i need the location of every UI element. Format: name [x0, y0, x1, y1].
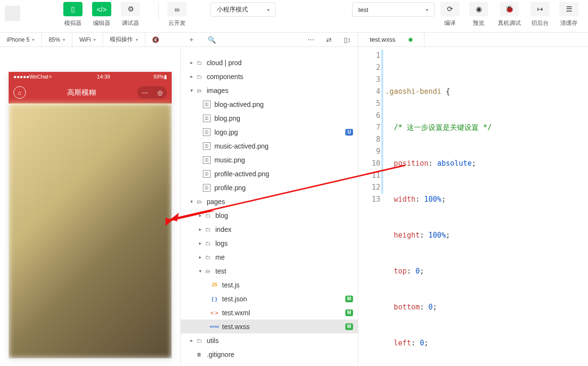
tree-folder-logs[interactable]: ▸🗀logs: [181, 236, 358, 250]
tree-folder-index[interactable]: ▸🗀index: [181, 222, 358, 236]
wifi-icon: ᯤ: [48, 74, 54, 80]
compile-button[interactable]: ⟳ 编译: [440, 2, 459, 27]
device-select[interactable]: iPhone 5▾: [0, 33, 42, 46]
network-select[interactable]: WiFi▾: [72, 33, 103, 46]
battery-icon: ▮: [164, 74, 167, 80]
project-select[interactable]: test▾: [352, 2, 435, 17]
code-icon: </>: [92, 2, 111, 16]
project-label: test: [358, 6, 368, 13]
tree-folder-blog[interactable]: ▸🗀blog: [181, 208, 358, 222]
compile-label: 编译: [444, 19, 456, 27]
tree-file[interactable]: ◫blog.png: [181, 111, 358, 125]
main-area: ●●●●● WeChat ᯤ 14:39 93% ▮ ⌂ 高斯模糊 ⋯◎ ▸🗀c…: [0, 47, 588, 366]
zoom-select[interactable]: 85%▾: [42, 33, 72, 46]
page-title: 高斯模糊: [26, 88, 137, 97]
debugger-label: 调试器: [122, 19, 139, 27]
remote-label: 真机调试: [498, 19, 521, 27]
tree-file[interactable]: ◫music.png: [181, 153, 358, 167]
avatar[interactable]: [5, 6, 20, 21]
tree-file[interactable]: ◫profile.png: [181, 181, 358, 194]
cloud-button[interactable]: ∞ 云开发: [167, 2, 187, 27]
phone-frame: ●●●●● WeChat ᯤ 14:39 93% ▮ ⌂ 高斯模糊 ⋯◎: [9, 72, 172, 358]
status-badge: M: [345, 296, 353, 302]
remote-button[interactable]: 🐞 真机调试: [498, 2, 521, 27]
layers-icon: ☰: [559, 2, 578, 16]
tree-folder-images[interactable]: ▾🗁images: [181, 83, 358, 97]
exit-icon: ↦: [530, 2, 550, 16]
tree-file[interactable]: ◫blog-actived.png: [181, 97, 358, 111]
mode-select[interactable]: 小程序模式▾: [211, 2, 276, 17]
tree-folder-components[interactable]: ▸🗀components: [181, 69, 358, 83]
time-label: 14:39: [54, 74, 153, 80]
tab-label: test.wxss: [370, 36, 395, 43]
code-content[interactable]: .gaoshi-bendi { /* 这一步设置是关键设置 */ positio…: [385, 50, 588, 366]
phone-navbar: ⌂ 高斯模糊 ⋯◎: [9, 81, 172, 103]
tree-file-testjs[interactable]: JStest.js: [181, 278, 358, 292]
blurred-image: [9, 103, 172, 358]
mode-label: 小程序模式: [217, 5, 248, 14]
tree-file-gitignore[interactable]: 🗎.gitignore: [181, 347, 358, 361]
status-badge: U: [345, 129, 353, 136]
tab-test-wxss[interactable]: test.wxss: [358, 33, 424, 46]
tree-folder-test[interactable]: ▾🗁test: [181, 264, 358, 278]
tree-folder-cloud[interactable]: ▸🗀cloud | prod: [181, 56, 358, 69]
cache-button[interactable]: ☰ 清缓存: [559, 2, 578, 27]
simulator-button[interactable]: ▯ 模拟器: [63, 2, 82, 27]
divider: [158, 2, 159, 21]
background-button[interactable]: ↦ 切后台: [530, 2, 550, 27]
home-icon[interactable]: ⌂: [13, 86, 26, 99]
cloud-label: 云开发: [168, 19, 186, 27]
tree-file[interactable]: ◫music-actived.png: [181, 139, 358, 153]
add-button[interactable]: ＋: [186, 34, 197, 46]
mute-button[interactable]: 🔇: [145, 33, 166, 46]
modified-dot-icon: [409, 38, 412, 42]
battery-label: 93%: [153, 74, 164, 80]
tree-folder-pages[interactable]: ▾🗁pages: [181, 194, 358, 208]
phone-statusbar: ●●●●● WeChat ᯤ 14:39 93% ▮: [9, 72, 172, 81]
sliders-icon: ⚙: [121, 2, 140, 16]
collapse-button[interactable]: ⇄: [323, 34, 335, 46]
capsule-button[interactable]: ⋯◎: [137, 86, 167, 99]
tree-folder-utils[interactable]: ▸🗀utils: [181, 333, 358, 347]
tree-file[interactable]: ◫profile-actived.png: [181, 167, 358, 181]
tree-folder-me[interactable]: ▸🗀me: [181, 250, 358, 264]
cache-label: 清缓存: [560, 19, 577, 27]
eye-icon: ◉: [469, 2, 488, 16]
simulator-label: 模拟器: [64, 19, 82, 27]
refresh-icon: ⟳: [440, 2, 459, 16]
split-button[interactable]: ▯↕: [341, 34, 353, 46]
preview-button[interactable]: ◉ 预览: [469, 2, 488, 27]
carrier-label: WeChat: [29, 74, 48, 80]
bug-icon: 🐞: [500, 2, 519, 16]
top-toolbar: ▯ 模拟器 </> 编辑器 ⚙ 调试器 ∞ 云开发 小程序模式▾ test▾ ⟳…: [0, 0, 588, 33]
more-button[interactable]: ⋯: [305, 34, 317, 46]
preview-label: 预览: [473, 19, 484, 27]
status-badge: M: [345, 323, 353, 330]
editor-label: 编辑器: [93, 19, 110, 27]
status-badge: M: [345, 309, 353, 316]
debugger-button[interactable]: ⚙ 调试器: [121, 2, 140, 27]
tree-file-testwxss[interactable]: wxsstest.wxssM: [181, 320, 358, 333]
editor-button[interactable]: </> 编辑器: [92, 2, 111, 27]
search-button[interactable]: 🔍: [206, 34, 217, 46]
tree-file[interactable]: ◫logo.jpgU: [181, 125, 358, 139]
background-label: 切后台: [531, 19, 549, 27]
tree-file-testjson[interactable]: { }test.jsonM: [181, 292, 358, 306]
phone-icon: ▯: [63, 2, 82, 16]
simulator-pane: ●●●●● WeChat ᯤ 14:39 93% ▮ ⌂ 高斯模糊 ⋯◎: [0, 47, 181, 366]
tree-file-testwxml[interactable]: < >test.wxmlM: [181, 306, 358, 320]
code-editor[interactable]: 12345678910111213 .gaoshi-bendi { /* 这一步…: [358, 47, 588, 366]
sub-toolbar: iPhone 5▾ 85%▾ WiFi▾ 模拟操作▾ 🔇 ＋ 🔍 ⋯ ⇄ ▯↕ …: [0, 33, 588, 47]
simop-select[interactable]: 模拟操作▾: [103, 33, 145, 46]
file-tree: ▸🗀cloud | prod ▸🗀components ▾🗁images ◫bl…: [181, 47, 358, 366]
cloud-icon: ∞: [167, 2, 187, 16]
